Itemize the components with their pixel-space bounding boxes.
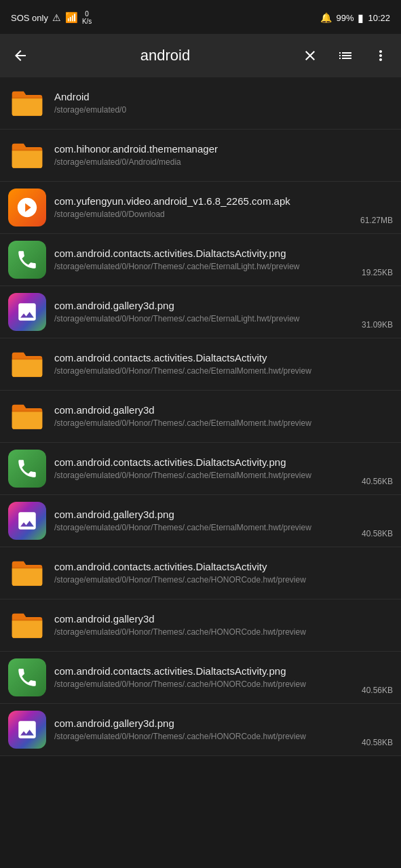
list-item[interactable]: com.android.contacts.activities.Dialtact… xyxy=(0,234,401,286)
file-name: com.yufengyun.video.android_v1.6.8_2265.… xyxy=(54,195,355,208)
list-item[interactable]: com.yufengyun.video.android_v1.6.8_2265.… xyxy=(0,182,401,234)
file-info: com.android.gallery3d /storage/emulated/… xyxy=(54,612,393,637)
file-size: 40.58KB xyxy=(362,738,393,749)
close-button[interactable] xyxy=(295,41,325,71)
list-item[interactable]: com.android.contacts.activities.Dialtact… xyxy=(0,338,401,391)
data-speed: 0 K/s xyxy=(82,10,92,25)
file-info: com.hihonor.android.thememanager /storag… xyxy=(54,142,393,167)
file-name: com.android.gallery3d xyxy=(54,612,393,626)
file-size: 31.09KB xyxy=(362,320,393,331)
back-button[interactable] xyxy=(5,41,35,71)
list-item[interactable]: com.android.gallery3d.png /storage/emula… xyxy=(0,704,401,756)
file-info: com.android.contacts.activities.Dialtact… xyxy=(54,560,393,585)
file-path: /storage/emulated/0/Honor/Themes/.cache/… xyxy=(54,732,356,743)
file-name: com.android.gallery3d.png xyxy=(54,299,356,313)
contacts-icon xyxy=(8,658,46,696)
file-info: com.android.gallery3d.png /storage/emula… xyxy=(54,717,356,742)
battery-text: 99% xyxy=(336,13,354,23)
file-info: com.android.contacts.activities.Dialtact… xyxy=(54,456,356,481)
file-info: com.yufengyun.video.android_v1.6.8_2265.… xyxy=(54,195,355,220)
file-name: com.android.gallery3d.png xyxy=(54,717,356,730)
file-name: com.android.contacts.activities.Dialtact… xyxy=(54,351,393,365)
file-size: 61.27MB xyxy=(360,216,393,226)
file-name: com.android.contacts.activities.Dialtact… xyxy=(54,456,356,469)
folder-icon xyxy=(8,345,46,383)
more-options-button[interactable] xyxy=(366,41,396,71)
file-info: com.android.contacts.activities.Dialtact… xyxy=(54,665,356,690)
status-right: 🔔 99% ▮ 10:22 xyxy=(320,12,390,24)
file-path: /storage/emulated/0/Honor/Themes/.cache/… xyxy=(54,523,356,534)
sos-icon: ⚠ xyxy=(52,12,61,23)
file-name: com.android.gallery3d xyxy=(54,403,393,417)
list-item[interactable]: com.android.gallery3d.png /storage/emula… xyxy=(0,495,401,547)
file-name: com.android.contacts.activities.Dialtact… xyxy=(54,247,356,260)
file-path: /storage/emulated/0/Honor/Themes/.cache/… xyxy=(54,262,356,273)
list-item[interactable]: com.android.gallery3d.png /storage/emula… xyxy=(0,286,401,338)
folder-icon xyxy=(8,554,46,592)
battery-icon: ▮ xyxy=(358,12,364,24)
list-item[interactable]: com.android.contacts.activities.Dialtact… xyxy=(0,652,401,704)
time-display: 10:22 xyxy=(368,13,390,23)
file-path: /storage/emulated/0 xyxy=(54,105,393,116)
apk-icon xyxy=(8,189,46,226)
status-left: SOS only ⚠ 📶 0 K/s xyxy=(11,10,92,25)
file-path: /storage/emulated/0/Download xyxy=(54,210,355,220)
vibrate-icon: 🔔 xyxy=(320,12,332,23)
list-item[interactable]: Android /storage/emulated/0 xyxy=(0,77,401,130)
file-path: /storage/emulated/0/Android/media xyxy=(54,157,393,168)
page-title: android xyxy=(41,47,290,64)
file-size: 40.58KB xyxy=(362,529,393,540)
file-list: Android /storage/emulated/0 com.hihonor.… xyxy=(0,77,401,756)
status-bar: SOS only ⚠ 📶 0 K/s 🔔 99% ▮ 10:22 xyxy=(0,0,401,34)
list-item[interactable]: com.android.gallery3d /storage/emulated/… xyxy=(0,391,401,443)
folder-icon xyxy=(8,84,46,122)
file-path: /storage/emulated/0/Honor/Themes/.cache/… xyxy=(54,366,393,377)
wifi-icon: 📶 xyxy=(65,12,78,24)
gallery-icon xyxy=(8,293,46,331)
folder-icon xyxy=(8,136,46,174)
list-item[interactable]: com.android.contacts.activities.Dialtact… xyxy=(0,443,401,495)
app-bar: android xyxy=(0,34,401,77)
file-size: 19.25KB xyxy=(362,268,393,279)
contacts-icon xyxy=(8,241,46,279)
file-info: com.android.contacts.activities.Dialtact… xyxy=(54,247,356,272)
gallery-icon xyxy=(8,711,46,749)
file-info: Android /storage/emulated/0 xyxy=(54,90,393,115)
file-path: /storage/emulated/0/Honor/Themes/.cache/… xyxy=(54,575,393,586)
file-name: com.hihonor.android.thememanager xyxy=(54,142,393,156)
list-item[interactable]: com.hihonor.android.thememanager /storag… xyxy=(0,130,401,182)
folder-icon xyxy=(8,606,46,644)
file-path: /storage/emulated/0/Honor/Themes/.cache/… xyxy=(54,627,393,638)
gallery-icon xyxy=(8,502,46,540)
file-info: com.android.gallery3d.png /storage/emula… xyxy=(54,299,356,324)
file-path: /storage/emulated/0/Honor/Themes/.cache/… xyxy=(54,418,393,429)
sos-text: SOS only xyxy=(11,13,48,23)
file-size: 40.56KB xyxy=(362,686,393,696)
file-path: /storage/emulated/0/Honor/Themes/.cache/… xyxy=(54,471,356,481)
file-name: Android xyxy=(54,90,393,104)
contacts-icon xyxy=(8,450,46,488)
file-size: 40.56KB xyxy=(362,477,393,488)
folder-icon xyxy=(8,397,46,435)
file-name: com.android.gallery3d.png xyxy=(54,508,356,521)
file-name: com.android.contacts.activities.Dialtact… xyxy=(54,560,393,574)
file-info: com.android.gallery3d.png /storage/emula… xyxy=(54,508,356,533)
file-path: /storage/emulated/0/Honor/Themes/.cache/… xyxy=(54,679,356,690)
list-item[interactable]: com.android.gallery3d /storage/emulated/… xyxy=(0,599,401,652)
file-path: /storage/emulated/0/Honor/Themes/.cache/… xyxy=(54,314,356,325)
list-view-button[interactable] xyxy=(330,41,360,71)
file-info: com.android.contacts.activities.Dialtact… xyxy=(54,351,393,376)
file-info: com.android.gallery3d /storage/emulated/… xyxy=(54,403,393,429)
file-name: com.android.contacts.activities.Dialtact… xyxy=(54,665,356,678)
list-item[interactable]: com.android.contacts.activities.Dialtact… xyxy=(0,547,401,599)
